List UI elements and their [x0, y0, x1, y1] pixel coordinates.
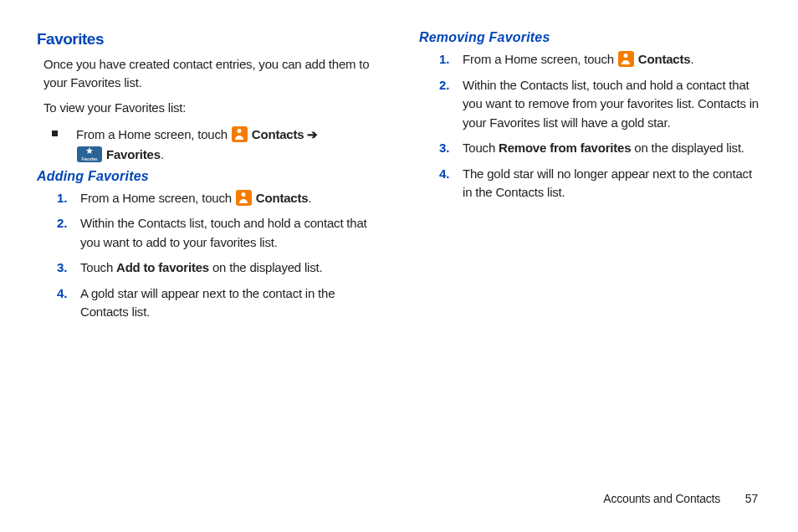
- square-bullet-icon: [52, 130, 58, 136]
- step-bold: Remove from favorites: [499, 141, 631, 155]
- intro-text-1: Once you have created contact entries, y…: [43, 55, 379, 92]
- step-text: From a Home screen, touch Contacts.: [463, 50, 761, 69]
- contacts-app-icon: [618, 51, 634, 67]
- list-item: 1. From a Home screen, touch Contacts.: [57, 189, 379, 208]
- subheading-adding: Adding Favorites: [37, 169, 379, 184]
- step-text: Touch Remove from favorites on the displ…: [463, 139, 761, 158]
- step-text: From a Home screen, touch Contacts.: [80, 189, 379, 208]
- page-footer: Accounts and Contacts 57: [603, 492, 758, 505]
- step-number: 2.: [57, 214, 80, 252]
- list-item: 2. Within the Contacts list, touch and h…: [57, 214, 379, 252]
- list-item: 3. Touch Remove from favorites on the di…: [439, 139, 761, 158]
- removing-steps-list: 1. From a Home screen, touch Contacts. 2…: [439, 50, 761, 202]
- left-column: Favorites Once you have created contact …: [37, 30, 379, 329]
- list-item: 2. Within the Contacts list, touch and h…: [439, 76, 761, 133]
- step-number: 2.: [439, 76, 463, 133]
- contacts-app-icon: [232, 126, 248, 142]
- adding-steps-list: 1. From a Home screen, touch Contacts. 2…: [57, 189, 379, 322]
- bullet-text: From a Home screen, touch Contacts ➔ Fav…: [76, 125, 318, 164]
- step-text: The gold star will no longer appear next…: [463, 165, 761, 202]
- step-text: A gold star will appear next to the cont…: [80, 284, 379, 322]
- subheading-removing: Removing Favorites: [419, 30, 761, 45]
- step-bold: Add to favorites: [116, 260, 209, 274]
- intro-text-2: To view your Favorites list:: [43, 99, 379, 117]
- bullet-favorites-label: Favorites: [106, 147, 161, 161]
- list-item: 4. A gold star will appear next to the c…: [57, 284, 379, 322]
- step-number: 1.: [57, 189, 80, 208]
- step-bold: Contacts: [256, 191, 309, 205]
- page-number: 57: [745, 492, 758, 505]
- arrow-icon: ➔: [304, 127, 318, 141]
- step-suffix: on the displayed list.: [209, 260, 322, 274]
- bullet-period: .: [161, 147, 164, 161]
- step-text: Within the Contacts list, touch and hold…: [463, 76, 761, 133]
- step-number: 3.: [57, 258, 80, 278]
- step-number: 1.: [439, 50, 463, 69]
- step-prefix: From a Home screen, touch: [80, 191, 235, 205]
- list-item: 4. The gold star will no longer appear n…: [439, 165, 761, 202]
- view-favorites-bullet: From a Home screen, touch Contacts ➔ Fav…: [52, 125, 379, 164]
- list-item: 1. From a Home screen, touch Contacts.: [439, 50, 761, 69]
- step-prefix: Touch: [463, 141, 499, 155]
- contacts-app-icon: [236, 190, 252, 206]
- step-bold: Contacts: [638, 52, 691, 66]
- favorites-tab-icon: [77, 146, 102, 162]
- step-suffix: on the displayed list.: [631, 141, 744, 155]
- bullet-prefix: From a Home screen, touch: [76, 127, 231, 141]
- step-prefix: Touch: [80, 260, 116, 274]
- step-number: 4.: [57, 284, 80, 322]
- list-item: 3. Touch Add to favorites on the display…: [57, 258, 379, 278]
- step-text: Within the Contacts list, touch and hold…: [80, 214, 379, 252]
- step-prefix: From a Home screen, touch: [463, 52, 617, 66]
- heading-favorites: Favorites: [37, 30, 379, 49]
- bullet-contacts-label: Contacts: [252, 127, 304, 141]
- step-suffix: .: [308, 191, 311, 205]
- step-number: 4.: [439, 165, 463, 202]
- section-name: Accounts and Contacts: [603, 492, 720, 505]
- step-text: Touch Add to favorites on the displayed …: [80, 258, 379, 278]
- step-suffix: .: [690, 52, 693, 66]
- step-number: 3.: [439, 139, 463, 158]
- right-column: Removing Favorites 1. From a Home screen…: [419, 30, 761, 329]
